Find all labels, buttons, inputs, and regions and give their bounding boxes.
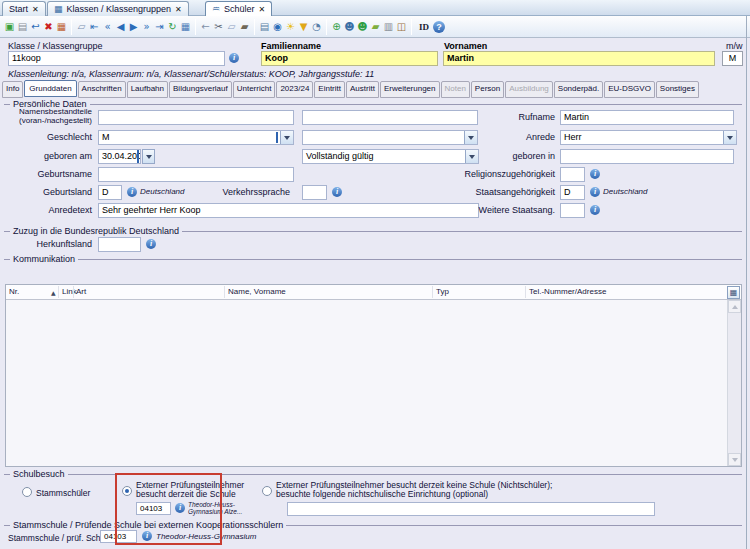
tab-start-label: Start	[9, 4, 28, 14]
geboren-in-label: geboren in	[420, 151, 555, 161]
print-icon[interactable]: ▤	[258, 19, 271, 35]
export-folder-icon[interactable]: ▰	[369, 19, 382, 35]
weitere-staatsang-input[interactable]	[560, 203, 585, 218]
scroll-up-icon[interactable]	[728, 300, 741, 313]
back-icon[interactable]: ←	[199, 19, 212, 35]
hint-icon[interactable]: ☀	[284, 19, 297, 35]
dropdown-arrow-icon[interactable]	[723, 131, 736, 144]
extern-keine-radio[interactable]	[262, 486, 272, 496]
info-icon[interactable]: i	[127, 187, 137, 197]
tab-info[interactable]: Info	[2, 81, 23, 98]
tab-noten[interactable]: Noten	[441, 81, 470, 98]
copy-icon[interactable]: ▱	[225, 19, 238, 35]
tab-anschriften[interactable]: Anschriften	[78, 81, 126, 98]
student-add-icon[interactable]: ☻	[356, 19, 369, 35]
tab-eu-dsgvo[interactable]: EU-DSGVO	[604, 81, 655, 98]
new-record-icon[interactable]: ▣	[3, 19, 16, 35]
copy-record-icon[interactable]: ▱	[75, 19, 88, 35]
stammschueler-radio[interactable]	[22, 487, 32, 497]
classes-icon: ▦	[54, 4, 63, 14]
tab-start[interactable]: Start ✕	[2, 1, 46, 16]
tab-eintritt[interactable]: Eintritt	[314, 81, 345, 98]
tab-erweiterungen[interactable]: Erweiterungen	[380, 81, 440, 98]
tab-grunddaten[interactable]: Grunddaten	[24, 80, 76, 97]
column-nr[interactable]: Nr.	[9, 287, 19, 296]
tab-unterricht[interactable]: Unterricht	[233, 81, 276, 98]
close-icon[interactable]: ✕	[175, 5, 182, 14]
undo-icon[interactable]: ↩	[29, 19, 42, 35]
religion-input[interactable]	[560, 167, 585, 182]
fast-next-icon[interactable]: »	[140, 19, 153, 35]
info-icon[interactable]: i	[590, 205, 600, 215]
info-icon[interactable]: i	[229, 53, 239, 63]
tab-2023-24[interactable]: 2023/24	[276, 81, 313, 98]
anrede-select[interactable]: Herr	[560, 130, 737, 145]
report-icon[interactable]: ▥	[382, 19, 395, 35]
tab-person[interactable]: Person	[471, 81, 504, 98]
tab-klassen[interactable]: ▦ Klassen / Klassengruppen ✕	[47, 1, 189, 16]
tab-ausbildung[interactable]: Ausbildung	[505, 81, 553, 98]
tab-bildungsverlauf[interactable]: Bildungsverlauf	[169, 81, 232, 98]
tab-sonstiges[interactable]: Sonstiges	[656, 81, 699, 98]
staatsangehoerigkeit-input[interactable]: D	[560, 185, 585, 200]
vornamen-input[interactable]: Martin	[443, 51, 715, 66]
column-config-button[interactable]: ▦	[727, 286, 740, 299]
close-icon[interactable]: ✕	[32, 5, 39, 14]
tab-sonderpaed[interactable]: Sonderpäd.	[554, 81, 603, 98]
dropdown-arrow-icon[interactable]	[280, 131, 293, 144]
edit-form-icon[interactable]: ▦	[55, 19, 68, 35]
paste-icon[interactable]: ▰	[238, 19, 251, 35]
column-link[interactable]: Link	[62, 287, 77, 296]
kommunikation-scrollbar[interactable]	[727, 300, 741, 466]
column-typ[interactable]: Typ	[436, 287, 449, 296]
column-name-vorname[interactable]: Name, Vorname	[228, 287, 286, 296]
geschlecht-select[interactable]: M	[98, 130, 294, 145]
verkehrssprache-input[interactable]	[302, 185, 327, 200]
filter-icon[interactable]: ▼	[297, 19, 310, 35]
tab-schueler[interactable]: ♒ Schüler ✕	[205, 1, 272, 16]
id-button[interactable]: ID	[419, 22, 429, 32]
preview-icon[interactable]: ◉	[271, 19, 284, 35]
next-record-icon[interactable]: ▶	[127, 19, 140, 35]
mw-input[interactable]: M	[722, 51, 743, 66]
herkunftsland-input[interactable]	[98, 237, 141, 252]
familienname-input[interactable]: Koop	[261, 51, 438, 66]
namensbestandteile-voran-input[interactable]	[98, 110, 294, 125]
column-art[interactable]: Art	[76, 287, 86, 296]
tab-laufbahn[interactable]: Laufbahn	[127, 81, 168, 98]
delete-icon[interactable]: ✖	[42, 19, 55, 35]
sort-asc-icon[interactable]: ▲	[51, 289, 56, 296]
extern-keine-label-line2: besuchte folgende nichtschulische Einric…	[276, 489, 488, 499]
last-record-icon[interactable]: ⇥	[153, 19, 166, 35]
klasse-input[interactable]: 11koop	[8, 51, 225, 66]
column-tel-adresse[interactable]: Tel.-Nummer/Adresse	[529, 287, 606, 296]
credentials-icon[interactable]: ◫	[395, 19, 408, 35]
info-icon[interactable]: i	[590, 169, 600, 179]
geboren-in-input[interactable]	[560, 149, 734, 164]
einrichtung-input[interactable]	[287, 502, 655, 516]
toolbar-separator	[254, 19, 255, 35]
first-record-icon[interactable]: ⇤	[88, 19, 101, 35]
geburtsname-input[interactable]	[98, 167, 294, 182]
geboren-am-input[interactable]: 30.04.2006	[98, 149, 141, 164]
previous-record-icon[interactable]: ◀	[114, 19, 127, 35]
info-icon[interactable]: i	[590, 187, 600, 197]
fast-previous-icon[interactable]: «	[101, 19, 114, 35]
info-icon[interactable]: i	[146, 239, 156, 249]
date-dropdown-button[interactable]	[142, 149, 155, 164]
geburtsland-input[interactable]: D	[98, 185, 122, 200]
close-icon[interactable]: ✕	[259, 5, 266, 14]
tab-austritt[interactable]: Austritt	[346, 81, 379, 98]
info-icon[interactable]: i	[332, 187, 342, 197]
history-icon[interactable]: ◔	[310, 19, 323, 35]
rufname-input[interactable]: Martin	[560, 110, 734, 125]
refresh-icon[interactable]: ↻	[166, 19, 179, 35]
web-export-icon[interactable]: ⊕	[330, 19, 343, 35]
table-view-icon[interactable]: ▦	[179, 19, 192, 35]
help-icon[interactable]: ?	[433, 21, 445, 33]
save-icon[interactable]: ▤	[16, 19, 29, 35]
kommunikation-legend: Kommunikation	[4, 254, 742, 264]
scroll-down-icon[interactable]	[728, 453, 741, 466]
cut-icon[interactable]: ✂	[212, 19, 225, 35]
student-icon[interactable]: ☻	[343, 19, 356, 35]
